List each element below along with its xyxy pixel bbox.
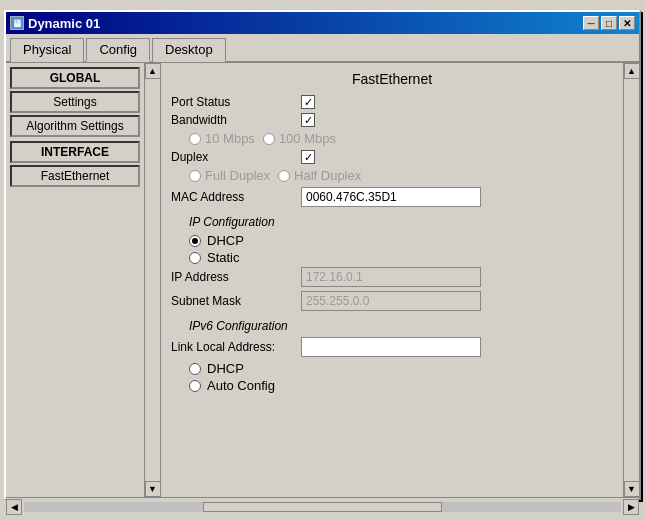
tab-desktop[interactable]: Desktop: [152, 38, 226, 62]
vscroll-track: [624, 79, 640, 481]
link-local-input[interactable]: [301, 337, 481, 357]
subnet-mask-label: Subnet Mask: [171, 294, 301, 308]
dhcp6-radio[interactable]: [189, 363, 201, 375]
tab-bar: Physical Config Desktop: [6, 34, 639, 63]
half-duplex-radio[interactable]: [278, 170, 290, 182]
panel-title: FastEthernet: [169, 71, 615, 87]
half-duplex-option: Half Duplex: [278, 168, 361, 183]
sidebar-item-settings[interactable]: Settings: [10, 91, 140, 113]
duplex-checkbox: ✓: [301, 150, 613, 164]
half-duplex-label: Half Duplex: [294, 168, 361, 183]
link-local-label: Link Local Address:: [171, 340, 301, 354]
bandwidth-100-label: 100 Mbps: [279, 131, 336, 146]
dhcp6-label: DHCP: [207, 361, 244, 376]
bandwidth-row: Bandwidth ✓: [169, 113, 615, 127]
bandwidth-checkbox: ✓: [301, 113, 613, 127]
subnet-mask-row: Subnet Mask: [169, 291, 615, 311]
ip-address-value: [301, 267, 613, 287]
ipv6-config-label: IPv6 Configuration: [189, 319, 615, 333]
bandwidth-100-option: 100 Mbps: [263, 131, 336, 146]
close-button[interactable]: ✕: [619, 16, 635, 30]
mac-address-input[interactable]: [301, 187, 481, 207]
hscroll-right[interactable]: ▶: [623, 499, 639, 515]
dhcp-row: DHCP: [189, 233, 615, 248]
bandwidth-10-option: 10 Mbps: [189, 131, 255, 146]
port-status-value: ✓: [301, 95, 613, 109]
interface-header: INTERFACE: [10, 141, 140, 163]
sidebar: GLOBAL Settings Algorithm Settings INTER…: [6, 63, 161, 497]
hscroll-thumb[interactable]: [203, 502, 442, 512]
port-status-row: Port Status ✓: [169, 95, 615, 109]
window-icon: 🖥: [10, 16, 24, 30]
full-duplex-option: Full Duplex: [189, 168, 270, 183]
bandwidth-100-radio[interactable]: [263, 133, 275, 145]
ip-address-input[interactable]: [301, 267, 481, 287]
static-row: Static: [189, 250, 615, 265]
bottom-scrollbar: ◀ ▶: [6, 497, 639, 515]
hscroll-left[interactable]: ◀: [6, 499, 22, 515]
panel-content: FastEthernet Port Status ✓ Bandwidth ✓: [161, 63, 623, 403]
mac-address-row: MAC Address: [169, 187, 615, 207]
auto-config-row: Auto Config: [189, 378, 615, 393]
right-scrollbar: ▲ ▼: [623, 63, 639, 497]
restore-button[interactable]: □: [601, 16, 617, 30]
main-window: 🖥 Dynamic 01 ─ □ ✕ Physical Config Deskt…: [4, 10, 641, 500]
main-content: GLOBAL Settings Algorithm Settings INTER…: [6, 63, 639, 497]
bandwidth-check[interactable]: ✓: [301, 113, 315, 127]
duplex-check[interactable]: ✓: [301, 150, 315, 164]
vscroll-down[interactable]: ▼: [624, 481, 640, 497]
auto-config-radio[interactable]: [189, 380, 201, 392]
bandwidth-10-label: 10 Mbps: [205, 131, 255, 146]
global-header: GLOBAL: [10, 67, 140, 89]
sidebar-item-fastethernet[interactable]: FastEthernet: [10, 165, 140, 187]
title-bar: 🖥 Dynamic 01 ─ □ ✕: [6, 12, 639, 34]
tab-physical[interactable]: Physical: [10, 38, 84, 62]
hscroll-track: [24, 502, 621, 512]
panel: FastEthernet Port Status ✓ Bandwidth ✓: [161, 63, 623, 497]
auto-config-label: Auto Config: [207, 378, 275, 393]
port-status-label: Port Status: [171, 95, 301, 109]
full-duplex-radio[interactable]: [189, 170, 201, 182]
bandwidth-label: Bandwidth: [171, 113, 301, 127]
duplex-label: Duplex: [171, 150, 301, 164]
sidebar-item-algorithm-settings[interactable]: Algorithm Settings: [10, 115, 140, 137]
mac-address-label: MAC Address: [171, 190, 301, 204]
sidebar-scrollbar: ▲ ▼: [144, 63, 160, 497]
ip-address-row: IP Address: [169, 267, 615, 287]
panel-area: FastEthernet Port Status ✓ Bandwidth ✓: [161, 63, 639, 497]
static-radio[interactable]: [189, 252, 201, 264]
tab-config[interactable]: Config: [86, 38, 150, 62]
port-status-checkbox[interactable]: ✓: [301, 95, 315, 109]
sidebar-inner: GLOBAL Settings Algorithm Settings INTER…: [6, 63, 160, 193]
duplex-options: Full Duplex Half Duplex: [189, 168, 615, 183]
subnet-mask-value: [301, 291, 613, 311]
dhcp6-row: DHCP: [189, 361, 615, 376]
link-local-row: Link Local Address:: [169, 337, 615, 357]
mac-address-value: [301, 187, 613, 207]
sidebar-scroll-up[interactable]: ▲: [145, 63, 161, 79]
window-title: Dynamic 01: [28, 16, 100, 31]
ip-config-label: IP Configuration: [189, 215, 615, 229]
full-duplex-label: Full Duplex: [205, 168, 270, 183]
dhcp-radio[interactable]: [189, 235, 201, 247]
ip-address-label: IP Address: [171, 270, 301, 284]
static-label: Static: [207, 250, 240, 265]
vscroll-up[interactable]: ▲: [624, 63, 640, 79]
sidebar-scroll-down[interactable]: ▼: [145, 481, 161, 497]
title-controls: ─ □ ✕: [583, 16, 635, 30]
dhcp-label: DHCP: [207, 233, 244, 248]
subnet-mask-input[interactable]: [301, 291, 481, 311]
link-local-value: [301, 337, 613, 357]
bandwidth-options: 10 Mbps 100 Mbps: [189, 131, 615, 146]
duplex-row: Duplex ✓: [169, 150, 615, 164]
minimize-button[interactable]: ─: [583, 16, 599, 30]
bandwidth-10-radio[interactable]: [189, 133, 201, 145]
title-bar-left: 🖥 Dynamic 01: [10, 16, 100, 31]
